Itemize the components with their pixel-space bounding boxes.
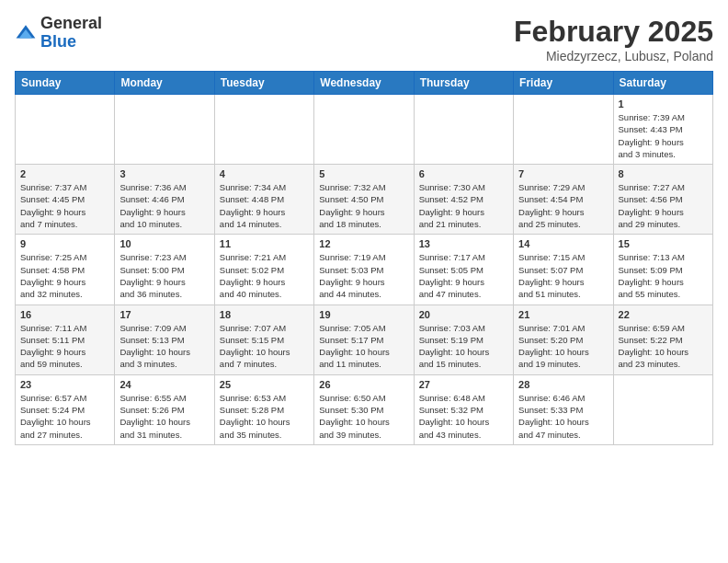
month-title: February 2025 [514, 15, 713, 49]
day-number: 25 [220, 379, 309, 390]
day-number: 4 [220, 168, 309, 179]
calendar-cell: 12Sunrise: 7:19 AM Sunset: 5:03 PM Dayli… [314, 235, 414, 304]
calendar-cell: 16Sunrise: 7:11 AM Sunset: 5:11 PM Dayli… [16, 304, 115, 374]
day-number: 22 [619, 309, 708, 320]
location: Miedzyrzecz, Lubusz, Poland [514, 49, 713, 63]
day-info: Sunrise: 7:03 AM Sunset: 5:19 PM Dayligh… [419, 322, 508, 371]
day-number: 2 [20, 168, 109, 179]
weekday-header: Sunday [16, 72, 115, 95]
day-number: 15 [619, 238, 708, 249]
day-info: Sunrise: 7:15 AM Sunset: 5:07 PM Dayligh… [518, 251, 608, 300]
weekday-header: Tuesday [214, 72, 313, 95]
day-info: Sunrise: 7:32 AM Sunset: 4:50 PM Dayligh… [319, 181, 408, 230]
calendar-week-row: 2Sunrise: 7:37 AM Sunset: 4:45 PM Daylig… [16, 165, 713, 235]
day-info: Sunrise: 7:29 AM Sunset: 4:54 PM Dayligh… [518, 181, 608, 230]
calendar-cell: 15Sunrise: 7:13 AM Sunset: 5:09 PM Dayli… [613, 235, 712, 304]
day-info: Sunrise: 7:07 AM Sunset: 5:15 PM Dayligh… [220, 322, 309, 371]
day-info: Sunrise: 6:53 AM Sunset: 5:28 PM Dayligh… [220, 392, 309, 441]
weekday-header: Saturday [613, 72, 712, 95]
day-info: Sunrise: 7:30 AM Sunset: 4:52 PM Dayligh… [419, 181, 508, 230]
day-number: 13 [419, 238, 508, 249]
calendar-cell: 20Sunrise: 7:03 AM Sunset: 5:19 PM Dayli… [414, 304, 513, 374]
calendar-cell [214, 95, 313, 165]
calendar-cell: 17Sunrise: 7:09 AM Sunset: 5:13 PM Dayli… [115, 304, 214, 374]
calendar-cell: 10Sunrise: 7:23 AM Sunset: 5:00 PM Dayli… [115, 235, 214, 304]
calendar-cell: 6Sunrise: 7:30 AM Sunset: 4:52 PM Daylig… [414, 165, 513, 235]
calendar-cell: 23Sunrise: 6:57 AM Sunset: 5:24 PM Dayli… [16, 374, 115, 444]
day-info: Sunrise: 7:36 AM Sunset: 4:46 PM Dayligh… [119, 181, 209, 230]
calendar-cell: 22Sunrise: 6:59 AM Sunset: 5:22 PM Dayli… [613, 304, 712, 374]
day-number: 27 [419, 379, 508, 390]
day-number: 17 [119, 309, 209, 320]
day-info: Sunrise: 7:27 AM Sunset: 4:56 PM Dayligh… [619, 181, 708, 230]
day-number: 10 [119, 238, 209, 249]
logo: General Blue [15, 15, 102, 52]
calendar-cell: 9Sunrise: 7:25 AM Sunset: 4:58 PM Daylig… [16, 235, 115, 304]
calendar-cell: 5Sunrise: 7:32 AM Sunset: 4:50 PM Daylig… [314, 165, 414, 235]
day-info: Sunrise: 7:09 AM Sunset: 5:13 PM Dayligh… [119, 322, 209, 371]
day-number: 20 [419, 309, 508, 320]
day-info: Sunrise: 7:17 AM Sunset: 5:05 PM Dayligh… [419, 251, 508, 300]
calendar-cell: 13Sunrise: 7:17 AM Sunset: 5:05 PM Dayli… [414, 235, 513, 304]
day-info: Sunrise: 7:25 AM Sunset: 4:58 PM Dayligh… [20, 251, 109, 300]
logo-icon [15, 22, 37, 44]
day-number: 16 [20, 309, 109, 320]
calendar-cell: 3Sunrise: 7:36 AM Sunset: 4:46 PM Daylig… [115, 165, 214, 235]
day-info: Sunrise: 7:01 AM Sunset: 5:20 PM Dayligh… [518, 322, 608, 371]
calendar-cell [613, 374, 712, 444]
logo-blue: Blue [40, 32, 76, 51]
weekday-header: Thursday [414, 72, 513, 95]
day-info: Sunrise: 7:13 AM Sunset: 5:09 PM Dayligh… [619, 251, 708, 300]
calendar-cell: 1Sunrise: 7:39 AM Sunset: 4:43 PM Daylig… [613, 95, 712, 165]
calendar-cell [414, 95, 513, 165]
weekday-header: Friday [514, 72, 613, 95]
day-info: Sunrise: 6:46 AM Sunset: 5:33 PM Dayligh… [518, 392, 608, 441]
calendar-cell: 27Sunrise: 6:48 AM Sunset: 5:32 PM Dayli… [414, 374, 513, 444]
day-info: Sunrise: 7:39 AM Sunset: 4:43 PM Dayligh… [619, 111, 708, 160]
day-info: Sunrise: 7:21 AM Sunset: 5:02 PM Dayligh… [220, 251, 309, 300]
day-info: Sunrise: 7:23 AM Sunset: 5:00 PM Dayligh… [119, 251, 209, 300]
day-number: 28 [518, 379, 608, 390]
calendar-cell: 4Sunrise: 7:34 AM Sunset: 4:48 PM Daylig… [214, 165, 313, 235]
day-number: 11 [220, 238, 309, 249]
day-number: 19 [319, 309, 408, 320]
day-number: 9 [20, 238, 109, 249]
calendar-table: SundayMondayTuesdayWednesdayThursdayFrid… [15, 71, 713, 445]
day-number: 24 [119, 379, 209, 390]
calendar-cell: 8Sunrise: 7:27 AM Sunset: 4:56 PM Daylig… [613, 165, 712, 235]
calendar-cell: 24Sunrise: 6:55 AM Sunset: 5:26 PM Dayli… [115, 374, 214, 444]
calendar-cell: 19Sunrise: 7:05 AM Sunset: 5:17 PM Dayli… [314, 304, 414, 374]
calendar-cell: 28Sunrise: 6:46 AM Sunset: 5:33 PM Dayli… [514, 374, 613, 444]
day-info: Sunrise: 6:55 AM Sunset: 5:26 PM Dayligh… [119, 392, 209, 441]
page-header: General Blue February 2025 Miedzyrzecz, … [15, 15, 713, 63]
day-info: Sunrise: 6:50 AM Sunset: 5:30 PM Dayligh… [319, 392, 408, 441]
day-info: Sunrise: 7:11 AM Sunset: 5:11 PM Dayligh… [20, 322, 109, 371]
calendar-cell [16, 95, 115, 165]
logo-text: General Blue [40, 15, 102, 52]
day-number: 26 [319, 379, 408, 390]
day-number: 5 [319, 168, 408, 179]
calendar-week-row: 9Sunrise: 7:25 AM Sunset: 4:58 PM Daylig… [16, 235, 713, 304]
weekday-header: Wednesday [314, 72, 414, 95]
logo-general: General [40, 14, 102, 32]
calendar-week-row: 16Sunrise: 7:11 AM Sunset: 5:11 PM Dayli… [16, 304, 713, 374]
day-number: 14 [518, 238, 608, 249]
day-number: 21 [518, 309, 608, 320]
day-number: 7 [518, 168, 608, 179]
weekday-header: Monday [115, 72, 214, 95]
day-info: Sunrise: 6:59 AM Sunset: 5:22 PM Dayligh… [619, 322, 708, 371]
day-number: 8 [619, 168, 708, 179]
calendar-cell: 18Sunrise: 7:07 AM Sunset: 5:15 PM Dayli… [214, 304, 313, 374]
day-info: Sunrise: 7:34 AM Sunset: 4:48 PM Dayligh… [220, 181, 309, 230]
day-number: 23 [20, 379, 109, 390]
day-number: 1 [619, 98, 708, 109]
day-number: 18 [220, 309, 309, 320]
day-info: Sunrise: 6:57 AM Sunset: 5:24 PM Dayligh… [20, 392, 109, 441]
calendar-cell: 26Sunrise: 6:50 AM Sunset: 5:30 PM Dayli… [314, 374, 414, 444]
calendar-cell [514, 95, 613, 165]
title-block: February 2025 Miedzyrzecz, Lubusz, Polan… [514, 15, 713, 63]
day-info: Sunrise: 7:05 AM Sunset: 5:17 PM Dayligh… [319, 322, 408, 371]
calendar-cell: 7Sunrise: 7:29 AM Sunset: 4:54 PM Daylig… [514, 165, 613, 235]
calendar-cell: 25Sunrise: 6:53 AM Sunset: 5:28 PM Dayli… [214, 374, 313, 444]
day-number: 12 [319, 238, 408, 249]
